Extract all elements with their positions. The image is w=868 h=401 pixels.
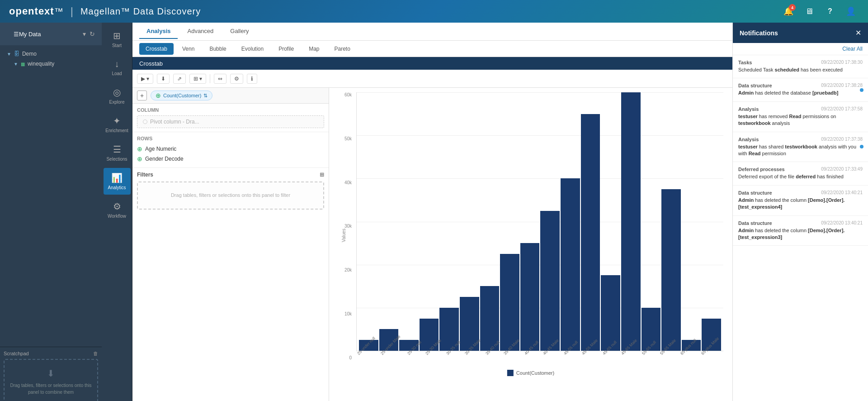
row-item-gender[interactable]: ⊕ Gender Decode bbox=[137, 154, 324, 164]
row-item-age[interactable]: ⊕ Age Numeric bbox=[137, 144, 324, 154]
sidebar-item-analytics[interactable]: 📊 Analytics bbox=[104, 168, 131, 195]
user-button[interactable]: 👤 bbox=[843, 3, 859, 19]
notif-time-1: 09/22/2020 17:38:28 bbox=[821, 83, 863, 88]
main-tab-bar: Analysis Advanced Gallery bbox=[132, 23, 732, 41]
notification-button[interactable]: 🔔 4 bbox=[780, 3, 797, 19]
sidebar-item-start[interactable]: ⊞ Start bbox=[104, 26, 131, 53]
sort-icon[interactable]: ⇅ bbox=[203, 93, 208, 99]
y-axis-title: Values bbox=[341, 229, 346, 242]
scratchpad-drop-icon: ⬇ bbox=[9, 367, 93, 380]
chart-bar-10[interactable] bbox=[561, 178, 580, 351]
download-icon: ⬇ bbox=[161, 76, 165, 82]
filter-drop-zone: Drag tables, filters or selections onto … bbox=[137, 181, 324, 210]
tree-item-demo[interactable]: ▼ 🗄 Demo bbox=[0, 49, 102, 59]
chart-bar-9[interactable] bbox=[540, 211, 560, 351]
app-logo: opentext™ | Magellan™ Data Discovery bbox=[9, 5, 201, 18]
export-button[interactable]: ⊞ ▾ bbox=[189, 74, 206, 84]
chart-bar-13[interactable] bbox=[621, 92, 641, 351]
scratchpad: Scratchpad 🗑 ⬇ Drag tables, filters or s… bbox=[0, 347, 102, 401]
notification-badge: 4 bbox=[789, 4, 796, 11]
row-gender-icon: ⊕ bbox=[137, 155, 142, 162]
run-button[interactable]: ▶ ▾ bbox=[137, 74, 153, 84]
subtab-bubble[interactable]: Bubble bbox=[203, 43, 232, 55]
x-label-5: 30-35 Male bbox=[464, 351, 484, 378]
load-label: Load bbox=[112, 71, 122, 76]
notif-text-3: testuser has shared testworkbook analysi… bbox=[738, 143, 863, 158]
info-button[interactable]: ℹ bbox=[247, 74, 257, 84]
notif-time-5: 09/22/2020 13:40:21 bbox=[821, 190, 863, 196]
subtab-pareto[interactable]: Pareto bbox=[328, 43, 357, 55]
sidebar-item-explore[interactable]: ◎ Explore bbox=[104, 82, 131, 109]
main-content: Analysis Advanced Gallery Crosstab Venn … bbox=[132, 23, 732, 401]
row-age-label: Age Numeric bbox=[145, 146, 176, 152]
tab-analysis[interactable]: Analysis bbox=[139, 24, 178, 39]
sidebar-item-workflow[interactable]: ⚙ Workflow bbox=[104, 196, 131, 223]
notification-item-2[interactable]: Analysis09/22/2020 17:37:58testuser has … bbox=[733, 102, 868, 132]
share-button[interactable]: ⇗ bbox=[173, 74, 186, 84]
rows-title: Rows bbox=[137, 136, 324, 141]
filter-button[interactable]: ⇔ bbox=[214, 74, 226, 84]
measure-label: Count(Customer) bbox=[163, 93, 201, 98]
notification-item-3[interactable]: Analysis09/22/2020 17:37:38testuser has … bbox=[733, 132, 868, 162]
notif-time-0: 09/22/2020 17:38:30 bbox=[821, 60, 863, 65]
notification-item-5[interactable]: Data structure09/22/2020 13:40:21Admin h… bbox=[733, 186, 868, 216]
chart-bar-12[interactable] bbox=[601, 275, 620, 351]
scratchpad-drop-text: Drag tables, filters or selections onto … bbox=[10, 383, 91, 395]
tab-gallery[interactable]: Gallery bbox=[223, 24, 256, 39]
chart-bar-8[interactable] bbox=[520, 243, 540, 351]
share-icon: ⇗ bbox=[177, 76, 182, 82]
measure-tag-count-customer[interactable]: ⊕ Count(Customer) ⇅ bbox=[151, 91, 212, 100]
analysis-area: + ⊕ Count(Customer) ⇅ Column Pivot colum… bbox=[132, 88, 732, 401]
y-label-40k: 40k bbox=[344, 180, 352, 185]
y-label-10k: 10k bbox=[344, 311, 352, 316]
my-data-label: My Data bbox=[19, 31, 41, 38]
y-label-0: 0 bbox=[349, 355, 352, 360]
subtab-map[interactable]: Map bbox=[302, 43, 326, 55]
subtab-profile[interactable]: Profile bbox=[272, 43, 300, 55]
measure-icon: ⊕ bbox=[156, 92, 161, 99]
sidebar-item-enrichment[interactable]: ✦ Enrichment bbox=[104, 111, 131, 138]
x-label-15: 55-65 Male bbox=[659, 351, 679, 378]
notification-item-4[interactable]: Deferred processes09/22/2020 17:33:49Def… bbox=[733, 162, 868, 185]
table-icon: ▦ bbox=[21, 62, 25, 67]
chart-bar-11[interactable] bbox=[581, 114, 600, 351]
add-measure-button[interactable]: + bbox=[137, 91, 147, 100]
sidebar-item-load[interactable]: ↓ Load bbox=[104, 54, 131, 81]
chart-legend: Count(Customer) bbox=[507, 370, 554, 376]
download-button[interactable]: ⬇ bbox=[157, 74, 170, 84]
x-label-3: 25-30 Male bbox=[425, 351, 445, 378]
notification-item-0[interactable]: Tasks09/22/2020 17:38:30Scheduled Task s… bbox=[733, 55, 868, 78]
tree-item-winequality[interactable]: ▼ ▦ winequality bbox=[0, 59, 102, 69]
filter-drop-text: Drag tables, filters or selections onto … bbox=[171, 192, 290, 198]
close-notifications-button[interactable]: ✕ bbox=[855, 29, 861, 37]
selections-label: Selections bbox=[106, 157, 127, 162]
notification-item-6[interactable]: Data structure09/22/2020 13:40:21Admin h… bbox=[733, 216, 868, 246]
top-header: opentext™ | Magellan™ Data Discovery 🔔 4… bbox=[0, 0, 868, 23]
notification-item-1[interactable]: Data structure09/22/2020 17:38:28Admin h… bbox=[733, 78, 868, 101]
chart-bar-15[interactable] bbox=[661, 189, 681, 351]
subtab-venn[interactable]: Venn bbox=[176, 43, 201, 55]
monitor-icon: 🖥 bbox=[805, 7, 813, 16]
workflow-icon: ⚙ bbox=[113, 201, 121, 212]
row-gender-label: Gender Decode bbox=[145, 156, 184, 162]
chart-bar-7[interactable] bbox=[500, 254, 519, 351]
chevron-down-icon[interactable]: ▾ bbox=[83, 30, 86, 38]
help-button[interactable]: ? bbox=[822, 3, 838, 19]
delete-scratchpad-icon[interactable]: 🗑 bbox=[93, 351, 98, 356]
subtab-evolution[interactable]: Evolution bbox=[235, 43, 270, 55]
column-title: Column bbox=[137, 107, 324, 113]
run-dropdown-icon: ▾ bbox=[146, 76, 149, 82]
refresh-icon[interactable]: ↻ bbox=[90, 30, 95, 38]
tab-advanced[interactable]: Advanced bbox=[180, 24, 221, 39]
sidebar-item-selections[interactable]: ☰ Selections bbox=[104, 139, 131, 166]
subtab-crosstab[interactable]: Crosstab bbox=[139, 43, 174, 55]
y-label-20k: 20k bbox=[344, 267, 352, 272]
monitor-button[interactable]: 🖥 bbox=[801, 3, 817, 19]
grid-icon[interactable]: ⊞ bbox=[320, 172, 324, 178]
enrichment-icon: ✦ bbox=[113, 115, 121, 126]
notif-text-2: testuser has removed Read permissions on… bbox=[738, 113, 863, 127]
clear-all-button[interactable]: Clear All bbox=[842, 46, 863, 52]
notif-category-2: Analysis bbox=[738, 106, 759, 112]
notif-text-4: Deferred export of the file deferred has… bbox=[738, 173, 863, 180]
settings-button[interactable]: ⚙ bbox=[230, 74, 243, 84]
